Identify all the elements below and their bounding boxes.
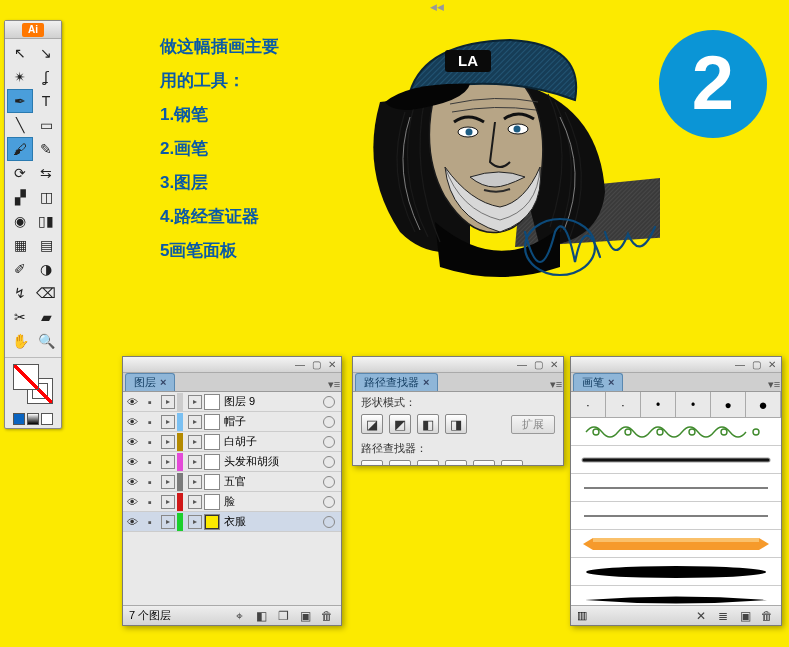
lock-toggle[interactable]: ▪ [141, 456, 159, 468]
brush-options-icon[interactable]: ≣ [715, 609, 731, 623]
panel-menu-icon[interactable]: ▾≡ [767, 378, 781, 391]
layer-row[interactable]: 👁▪▸▸头发和胡须 [123, 452, 341, 472]
locate-object-icon[interactable]: ⌖ [231, 609, 247, 623]
minus-front-button[interactable]: ◩ [389, 414, 411, 434]
close-tab-icon[interactable]: × [608, 376, 614, 388]
pen-tool[interactable]: ✒ [7, 89, 33, 113]
target-ring-icon[interactable] [323, 396, 335, 408]
lock-toggle[interactable]: ▪ [141, 476, 159, 488]
brush-banner[interactable] [571, 530, 781, 558]
eyedropper-tool[interactable]: ✐ [7, 257, 33, 281]
tab-pathfinder[interactable]: 路径查找器× [355, 373, 438, 391]
line-tool[interactable]: ╲ [7, 113, 33, 137]
scissors-tool[interactable]: ✂ [7, 305, 33, 329]
minimize-icon[interactable]: — [735, 360, 745, 370]
brush-size-2[interactable]: · [606, 392, 641, 417]
target-ring-icon[interactable] [323, 516, 335, 528]
rectangle-tool[interactable]: ▭ [33, 113, 59, 137]
layer-row[interactable]: 👁▪▸▸脸 [123, 492, 341, 512]
selection-tool[interactable]: ↖ [7, 41, 33, 65]
minimize-icon[interactable]: — [517, 360, 527, 370]
symbol-sprayer-tool[interactable]: ↯ [7, 281, 33, 305]
brush-size-6[interactable]: ● [746, 392, 781, 417]
minus-back-button[interactable]: ◰ [501, 460, 523, 465]
visibility-toggle[interactable]: 👁 [123, 476, 141, 488]
layer-row[interactable]: 👁▪▸▸图层 9 [123, 392, 341, 412]
reflect-tool[interactable]: ⇆ [33, 161, 59, 185]
crop-button[interactable]: ◫ [445, 460, 467, 465]
brush-ornament[interactable] [571, 418, 781, 446]
target-ring-icon[interactable] [323, 456, 335, 468]
brush-libraries-icon[interactable]: ▥ [577, 609, 587, 622]
fill-stroke-swatch[interactable] [5, 360, 61, 410]
layer-row[interactable]: 👁▪▸▸衣服 [123, 512, 341, 532]
expand-button[interactable]: 扩展 [511, 415, 555, 434]
expand-sublayer-icon[interactable]: ▸ [188, 435, 202, 449]
target-ring-icon[interactable] [323, 436, 335, 448]
lock-toggle[interactable]: ▪ [141, 516, 159, 528]
brush-size-5[interactable]: ● [711, 392, 746, 417]
brush-size-3[interactable]: • [641, 392, 676, 417]
expand-layer-icon[interactable]: ▸ [161, 395, 175, 409]
close-icon[interactable]: ✕ [549, 360, 559, 370]
brush-oval[interactable] [571, 558, 781, 586]
target-ring-icon[interactable] [323, 476, 335, 488]
layer-row[interactable]: 👁▪▸▸白胡子 [123, 432, 341, 452]
lock-toggle[interactable]: ▪ [141, 436, 159, 448]
brush-thin-2[interactable] [571, 502, 781, 530]
brush-size-1[interactable]: · [571, 392, 606, 417]
visibility-toggle[interactable]: 👁 [123, 496, 141, 508]
merge-button[interactable]: ▣ [417, 460, 439, 465]
expand-sublayer-icon[interactable]: ▸ [188, 395, 202, 409]
layer-row[interactable]: 👁▪▸▸五官 [123, 472, 341, 492]
paintbrush-tool[interactable]: 🖌 [7, 137, 33, 161]
panel-collapse-toggle[interactable]: ◀◀ [430, 2, 446, 10]
graph-tool[interactable]: ▯▮ [33, 209, 59, 233]
color-mode-gradient[interactable] [27, 413, 39, 425]
brush-thin[interactable] [571, 474, 781, 502]
trim-button[interactable]: ▩ [389, 460, 411, 465]
expand-layer-icon[interactable]: ▸ [161, 495, 175, 509]
scale-tool[interactable]: ▞ [7, 185, 33, 209]
close-icon[interactable]: ✕ [327, 360, 337, 370]
maximize-icon[interactable]: ▢ [311, 360, 321, 370]
gradient-tool[interactable]: ▤ [33, 233, 59, 257]
tools-panel-header[interactable]: Ai [5, 21, 61, 39]
layer-row[interactable]: 👁▪▸▸帽子 [123, 412, 341, 432]
unite-button[interactable]: ◪ [361, 414, 383, 434]
minimize-icon[interactable]: — [295, 360, 305, 370]
direct-selection-tool[interactable]: ↘ [33, 41, 59, 65]
expand-layer-icon[interactable]: ▸ [161, 475, 175, 489]
expand-sublayer-icon[interactable]: ▸ [188, 455, 202, 469]
new-layer-icon[interactable]: ▣ [297, 609, 313, 623]
visibility-toggle[interactable]: 👁 [123, 456, 141, 468]
fill-swatch[interactable] [13, 364, 39, 390]
lock-toggle[interactable]: ▪ [141, 416, 159, 428]
type-tool[interactable]: T [33, 89, 59, 113]
tab-brushes[interactable]: 画笔× [573, 373, 623, 391]
magic-wand-tool[interactable]: ✴ [7, 65, 33, 89]
maximize-icon[interactable]: ▢ [751, 360, 761, 370]
brush-size-4[interactable]: • [676, 392, 711, 417]
expand-layer-icon[interactable]: ▸ [161, 435, 175, 449]
intersect-button[interactable]: ◧ [417, 414, 439, 434]
pencil-tool[interactable]: ✎ [33, 137, 59, 161]
blend-tool[interactable]: ◑ [33, 257, 59, 281]
visibility-toggle[interactable]: 👁 [123, 436, 141, 448]
hand-tool[interactable]: ✋ [7, 329, 33, 353]
delete-brush-icon[interactable]: 🗑 [759, 609, 775, 623]
tab-layers[interactable]: 图层× [125, 373, 175, 391]
lock-toggle[interactable]: ▪ [141, 396, 159, 408]
expand-sublayer-icon[interactable]: ▸ [188, 475, 202, 489]
mesh-tool[interactable]: ▦ [7, 233, 33, 257]
panel-menu-icon[interactable]: ▾≡ [327, 378, 341, 391]
target-ring-icon[interactable] [323, 416, 335, 428]
brush-taper[interactable] [571, 586, 781, 605]
slice-tool[interactable]: ▰ [33, 305, 59, 329]
lasso-tool[interactable]: ʆ [33, 65, 59, 89]
panel-menu-icon[interactable]: ▾≡ [549, 378, 563, 391]
visibility-toggle[interactable]: 👁 [123, 516, 141, 528]
eraser-tool[interactable]: ⌫ [33, 281, 59, 305]
close-icon[interactable]: ✕ [767, 360, 777, 370]
visibility-toggle[interactable]: 👁 [123, 416, 141, 428]
